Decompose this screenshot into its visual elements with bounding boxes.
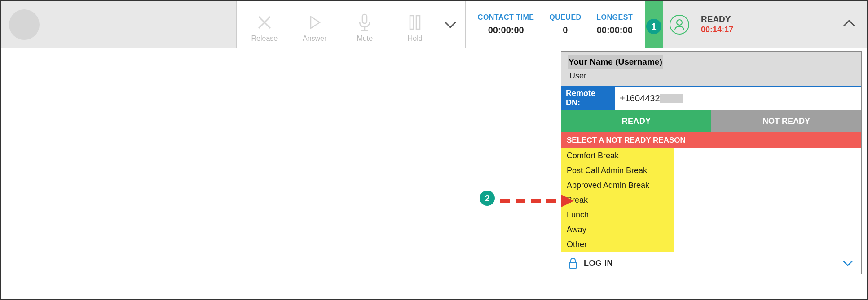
arrow-dash (546, 199, 556, 203)
avatar (9, 9, 40, 40)
callout-badge-1: 1 (646, 19, 661, 34)
microphone-icon (340, 13, 390, 32)
chevron-up-icon (842, 19, 856, 28)
stat-contact-time: CONTACT TIME 00:00:00 (473, 13, 539, 35)
stat-longest-value: 00:00:00 (596, 25, 633, 35)
arrow-dash (516, 199, 525, 203)
svg-rect-0 (362, 14, 367, 23)
remote-dn-redacted (660, 94, 683, 103)
controls-dropdown-toggle[interactable] (440, 20, 461, 29)
login-row[interactable]: LOG IN (561, 252, 861, 274)
stat-longest: LONGEST 00:00:00 (592, 13, 637, 35)
answer-button[interactable]: Answer (290, 7, 340, 43)
status-text: READY 00:14:17 (701, 14, 733, 35)
stat-contact-time-value: 00:00:00 (478, 25, 534, 35)
remote-dn-row: Remote DN: +1604432 (561, 86, 861, 110)
reason-item-approved-admin[interactable]: Approved Admin Break (561, 178, 674, 193)
arrow-dash (531, 199, 541, 203)
remote-dn-label: Remote DN: (561, 86, 615, 110)
svg-point-7 (573, 265, 574, 266)
reason-item-break[interactable]: Break (561, 193, 674, 208)
svg-point-5 (677, 20, 682, 25)
call-controls: Release Answer Mute (237, 1, 466, 48)
svg-rect-3 (410, 16, 414, 29)
stat-contact-time-label: CONTACT TIME (478, 13, 534, 22)
panel-username: Your Name (Username) (568, 55, 663, 69)
status-timer: 00:14:17 (701, 25, 733, 35)
chevron-down-icon (443, 20, 458, 29)
panel-header: Your Name (Username) User (561, 52, 861, 86)
login-label: LOG IN (584, 259, 613, 268)
answer-label: Answer (290, 35, 340, 43)
arrow-head-icon (561, 195, 575, 207)
arrow-dash (500, 199, 510, 203)
play-icon (290, 13, 340, 32)
reason-header: SELECT A NOT READY REASON (561, 132, 861, 148)
remote-dn-value: +1604432 (620, 93, 660, 104)
panel-role: User (568, 70, 855, 83)
hold-button[interactable]: Hold (390, 7, 440, 43)
svg-rect-4 (416, 16, 420, 29)
callout-badge-2: 2 (480, 191, 495, 206)
callout-arrow (500, 195, 575, 207)
login-expand-toggle[interactable] (842, 259, 854, 267)
status-state: READY (701, 14, 733, 24)
not-ready-button[interactable]: NOT READY (711, 110, 861, 132)
stats-area: CONTACT TIME 00:00:00 QUEUED 0 LONGEST 0… (466, 1, 645, 48)
lock-icon (568, 257, 578, 270)
chevron-down-icon (842, 259, 854, 267)
reason-item-other[interactable]: Other (561, 237, 674, 252)
hold-label: Hold (390, 35, 440, 43)
release-button[interactable]: Release (239, 7, 290, 43)
close-x-icon (239, 13, 290, 32)
reason-item-comfort-break[interactable]: Comfort Break (561, 148, 674, 163)
status-buttons: READY NOT READY (561, 110, 861, 132)
reason-item-away[interactable]: Away (561, 222, 674, 237)
ready-button[interactable]: READY (561, 110, 711, 132)
status-area[interactable]: READY 00:14:17 (663, 1, 867, 48)
topbar-left (1, 1, 237, 48)
stat-queued-label: QUEUED (549, 13, 581, 22)
stat-queued: QUEUED 0 (545, 13, 586, 35)
stat-longest-label: LONGEST (596, 13, 633, 22)
pause-icon (390, 13, 440, 32)
stat-queued-value: 0 (549, 25, 581, 35)
remote-dn-input[interactable]: +1604432 (615, 86, 861, 110)
status-collapse-toggle[interactable] (842, 19, 856, 28)
release-label: Release (239, 35, 290, 43)
top-bar: Release Answer Mute (1, 1, 867, 48)
reason-item-post-call-admin[interactable]: Post Call Admin Break (561, 163, 674, 178)
mute-label: Mute (340, 35, 390, 43)
user-status-avatar-icon (670, 15, 689, 35)
reason-item-lunch[interactable]: Lunch (561, 208, 674, 222)
mute-button[interactable]: Mute (340, 7, 390, 43)
agent-status-panel: Your Name (Username) User Remote DN: +16… (561, 51, 862, 274)
reason-list: Comfort Break Post Call Admin Break Appr… (561, 148, 861, 252)
